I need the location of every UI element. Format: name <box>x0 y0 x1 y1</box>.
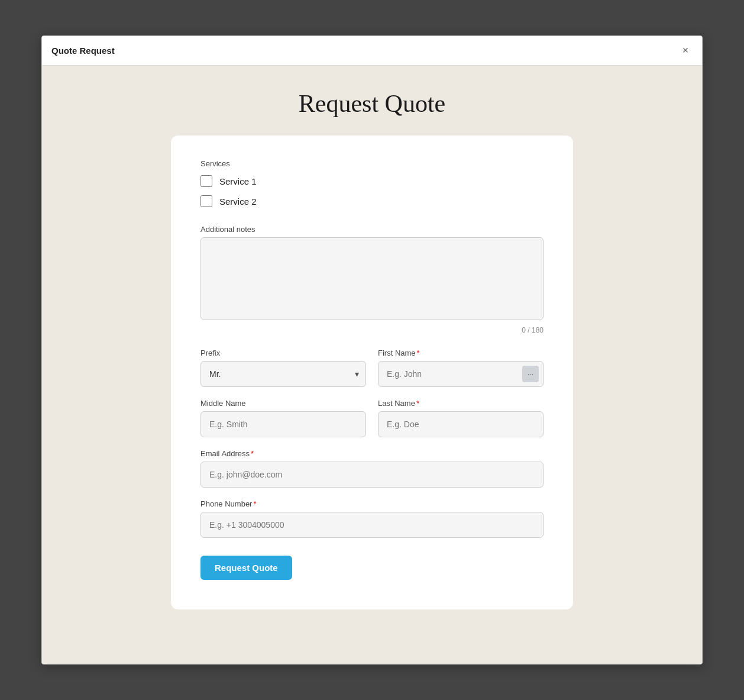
middlename-label: Middle Name <box>200 399 366 408</box>
prefix-field: Prefix Mr. Mrs. Ms. Dr. Prof. ▾ <box>200 349 366 387</box>
prefix-firstname-row: Prefix Mr. Mrs. Ms. Dr. Prof. ▾ <box>200 349 544 387</box>
service2-checkbox[interactable] <box>200 195 212 207</box>
services-section: Services Service 1 Service 2 <box>200 159 544 207</box>
additional-notes-label: Additional notes <box>200 225 544 234</box>
prefix-label: Prefix <box>200 349 366 357</box>
modal-body: Request Quote Services Service 1 Service… <box>42 66 702 664</box>
modal-titlebar: Quote Request × <box>42 36 702 66</box>
prefix-select-wrapper: Mr. Mrs. Ms. Dr. Prof. ▾ <box>200 361 366 387</box>
modal-title: Quote Request <box>51 46 115 56</box>
phone-field-section: Phone Number* <box>200 499 544 538</box>
form-card: Services Service 1 Service 2 Additional … <box>171 136 573 609</box>
lastname-field: Last Name* <box>378 399 544 437</box>
phone-label: Phone Number* <box>200 499 544 508</box>
submit-button[interactable]: Request Quote <box>200 556 292 580</box>
additional-notes-textarea[interactable] <box>200 237 544 320</box>
additional-notes-section: Additional notes <box>200 225 544 322</box>
middlename-field: Middle Name <box>200 399 366 437</box>
checkbox-group: Service 1 Service 2 <box>200 175 544 207</box>
email-label: Email Address* <box>200 449 544 458</box>
service1-label: Service 1 <box>219 176 257 186</box>
close-button[interactable]: × <box>678 44 693 58</box>
middlename-input[interactable] <box>200 411 366 437</box>
service1-checkbox-item[interactable]: Service 1 <box>200 175 544 187</box>
service2-label: Service 2 <box>219 196 257 207</box>
phone-input[interactable] <box>200 512 544 538</box>
lastname-label: Last Name* <box>378 399 544 408</box>
middlename-lastname-row: Middle Name Last Name* <box>200 399 544 437</box>
email-field-section: Email Address* <box>200 449 544 488</box>
firstname-input[interactable] <box>378 361 544 387</box>
services-label: Services <box>200 159 544 168</box>
firstname-field: First Name* ··· <box>378 349 544 387</box>
lastname-input[interactable] <box>378 411 544 437</box>
service2-checkbox-item[interactable]: Service 2 <box>200 195 544 207</box>
prefix-select[interactable]: Mr. Mrs. Ms. Dr. Prof. <box>200 361 366 387</box>
firstname-extra-button[interactable]: ··· <box>522 366 539 382</box>
modal-window: Quote Request × Request Quote Services S… <box>41 36 703 664</box>
char-count: 0 / 180 <box>200 326 544 334</box>
firstname-input-wrapper: ··· <box>378 361 544 387</box>
firstname-label: First Name* <box>378 349 544 357</box>
page-heading: Request Quote <box>299 89 445 118</box>
service1-checkbox[interactable] <box>200 175 212 187</box>
email-input[interactable] <box>200 462 544 488</box>
